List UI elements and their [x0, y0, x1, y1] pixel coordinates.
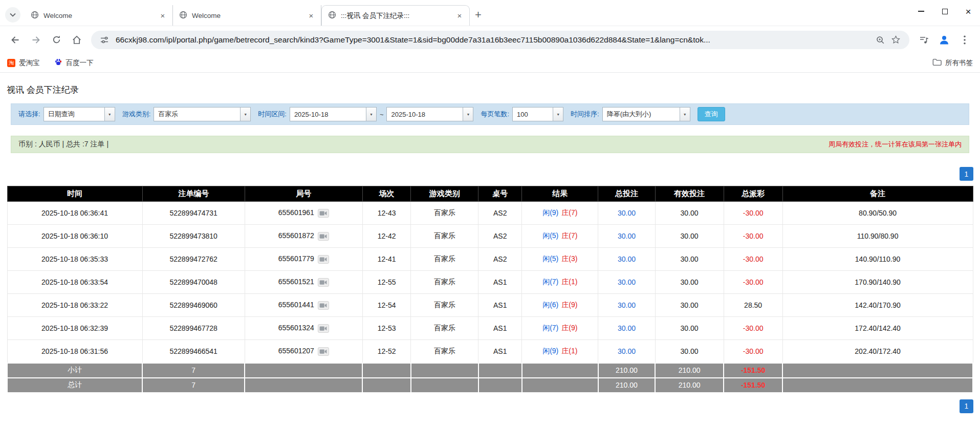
baidu-paw-icon: [54, 58, 62, 68]
tab-search-button[interactable]: [5, 7, 20, 23]
cell-session: 12-41: [362, 248, 410, 271]
round-number: 655601961: [278, 208, 314, 217]
globe-icon: [179, 11, 187, 20]
chevron-down-icon[interactable]: ▼: [366, 108, 376, 121]
player-result: 闲(6): [542, 301, 558, 309]
video-replay-icon[interactable]: [318, 301, 329, 310]
banker-result: 庄(9): [561, 324, 577, 332]
url-text[interactable]: 66cxkj98.com/ipl/portal.php/game/betreco…: [112, 35, 873, 45]
table-row: 2025-10-18 06:36:41 522899474731 6556019…: [7, 202, 973, 225]
round-number: 655601207: [278, 347, 314, 355]
chevron-down-icon[interactable]: ▼: [240, 108, 250, 121]
cell-time: 2025-10-18 06:32:39: [7, 317, 142, 340]
globe-icon: [328, 11, 336, 20]
tab-close-icon[interactable]: ×: [307, 11, 316, 20]
bookmark-item-baidu[interactable]: 百度一下: [54, 58, 94, 68]
total-bet-link[interactable]: 30.00: [618, 347, 636, 355]
cell-bet-id: 522899467728: [142, 317, 245, 340]
cell-round: 655601207: [245, 340, 362, 363]
tab-betrecord-active[interactable]: :::视讯 会员下注纪录::: ×: [321, 5, 470, 26]
tab-welcome-1[interactable]: Welcome ×: [25, 5, 173, 26]
col-result: 结果: [522, 186, 598, 202]
site-info-icon[interactable]: [97, 35, 112, 45]
forward-button[interactable]: [26, 30, 46, 50]
sort-order-select[interactable]: 降幂(由大到小) ▼: [602, 107, 690, 121]
cell-bet-id: 522899474731: [142, 202, 245, 225]
query-type-select[interactable]: 日期查询 ▼: [43, 107, 115, 121]
tab-welcome-2[interactable]: Welcome ×: [173, 5, 321, 26]
date-from-select[interactable]: 2025-10-18 ▼: [290, 107, 377, 121]
col-round: 局号: [245, 186, 362, 202]
menu-icon[interactable]: [954, 30, 975, 50]
cell-table-no: AS1: [478, 294, 522, 317]
search-button[interactable]: 查询: [698, 107, 725, 121]
summary-bar: 币别 : 人民币 | 总共 :7 注单 | 周局有效投注，统一计算在该局第一张注…: [11, 136, 969, 153]
profile-avatar[interactable]: [934, 30, 954, 50]
total-bet-link[interactable]: 30.00: [618, 278, 636, 286]
cell-note: 110.90/80.90: [782, 225, 973, 248]
date-to-value: 2025-10-18: [387, 108, 463, 121]
home-button[interactable]: [67, 30, 87, 50]
cell-result: 闲(7)庄(9): [522, 317, 598, 340]
table-row: 2025-10-18 06:33:22 522899469060 6556014…: [7, 294, 973, 317]
filter-bar: 请选择: 日期查询 ▼ 游戏类别: 百家乐 ▼ 时间区间: 2025-10-18…: [11, 103, 969, 125]
video-replay-icon[interactable]: [318, 347, 329, 356]
video-replay-icon[interactable]: [318, 255, 329, 264]
all-bookmarks-button[interactable]: 所有书签: [932, 58, 973, 68]
range-separator: ~: [380, 111, 384, 118]
banker-result: 庄(1): [561, 278, 577, 286]
maximize-button[interactable]: [933, 0, 956, 23]
cell-bet-id: 522899470048: [142, 271, 245, 294]
back-button[interactable]: [5, 30, 26, 50]
cell-bet-id: 522899472762: [142, 248, 245, 271]
tab-close-icon[interactable]: ×: [455, 11, 464, 20]
date-to-select[interactable]: 2025-10-18 ▼: [386, 107, 473, 121]
chevron-down-icon[interactable]: ▼: [104, 108, 115, 121]
all-bookmarks-label: 所有书签: [945, 58, 973, 68]
video-replay-icon[interactable]: [318, 232, 329, 241]
payout-value: -30.00: [743, 232, 764, 240]
chevron-down-icon[interactable]: ▼: [553, 108, 563, 121]
tab-title: Welcome: [43, 12, 154, 19]
new-tab-button[interactable]: +: [475, 8, 482, 22]
bookmark-item-aitaobao[interactable]: 淘 爱淘宝: [7, 58, 40, 68]
chevron-down-icon[interactable]: ▼: [680, 108, 690, 121]
currency-summary: 币别 : 人民币 | 总共 :7 注单 |: [18, 140, 108, 149]
total-payout: -151.50: [741, 381, 765, 389]
video-replay-icon[interactable]: [318, 324, 329, 333]
total-bet-link[interactable]: 30.00: [618, 255, 636, 263]
page-button[interactable]: 1: [960, 167, 973, 181]
tab-close-icon[interactable]: ×: [158, 11, 167, 20]
minimize-button[interactable]: [909, 0, 933, 23]
bookmark-star-icon[interactable]: [888, 35, 903, 45]
address-bar[interactable]: 66cxkj98.com/ipl/portal.php/game/betreco…: [91, 31, 909, 49]
video-replay-icon[interactable]: [318, 278, 329, 287]
payout-value: -30.00: [743, 209, 764, 217]
total-bet-link[interactable]: 30.00: [618, 301, 636, 309]
total-bet-link[interactable]: 30.00: [618, 209, 636, 217]
payout-rule-note: 周局有效投注，统一计算在该局第一张注单内: [829, 140, 962, 149]
page-size-select[interactable]: 100 ▼: [512, 107, 563, 121]
cell-valid-bet: 30.00: [655, 317, 724, 340]
zoom-icon[interactable]: [873, 35, 888, 45]
close-button[interactable]: ×: [956, 0, 980, 23]
cell-total-bet: 30.00: [598, 202, 655, 225]
cell-valid-bet: 30.00: [655, 271, 724, 294]
cell-result: 闲(7)庄(1): [522, 271, 598, 294]
page-button[interactable]: 1: [960, 399, 973, 413]
cell-bet-id: 522899466541: [142, 340, 245, 363]
tab-bar: Welcome × Welcome × :::视讯 会员下注纪录::: × + …: [0, 0, 980, 26]
table-row: 2025-10-18 06:35:33 522899472762 6556017…: [7, 248, 973, 271]
cell-round: 655601521: [245, 271, 362, 294]
video-replay-icon[interactable]: [318, 209, 329, 218]
game-type-select[interactable]: 百家乐 ▼: [154, 107, 251, 121]
table-row: 2025-10-18 06:32:39 522899467728 6556013…: [7, 317, 973, 340]
total-bet-link[interactable]: 30.00: [618, 232, 636, 240]
round-number: 655601521: [278, 278, 314, 286]
payout-value: -30.00: [743, 278, 764, 286]
cell-round: 655601779: [245, 248, 362, 271]
reload-button[interactable]: [46, 30, 67, 50]
chevron-down-icon[interactable]: ▼: [463, 108, 473, 121]
media-controls-icon[interactable]: [913, 30, 934, 50]
total-bet-link[interactable]: 30.00: [618, 324, 636, 332]
